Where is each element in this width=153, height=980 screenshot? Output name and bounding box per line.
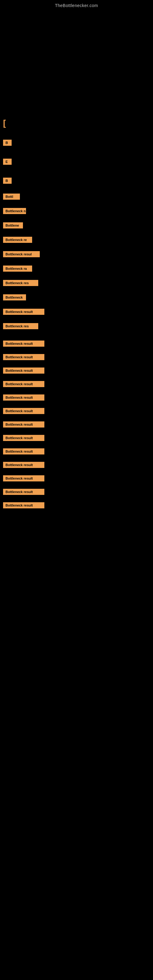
label-bottleneck-re1: Bottleneck re: [3, 237, 32, 243]
label-e1: E: [3, 159, 12, 165]
list-item: Bottleneck res: [3, 279, 150, 288]
bottleneck-result-row-7: Bottleneck result: [3, 422, 45, 428]
list-item: Bottleneck result: [3, 367, 150, 376]
list-item: Bottleneck result: [3, 474, 150, 484]
list-item: Bottleneck result: [3, 461, 150, 470]
label-bottleneck-short: Bottleneck: [3, 294, 26, 301]
bottleneck-result-row-13: Bottleneck result: [3, 502, 45, 508]
bottleneck-result-row-9: Bottleneck result: [3, 449, 45, 455]
list-item: Bottleneck result: [3, 308, 150, 317]
bottleneck-result-row-10: Bottleneck result: [3, 462, 45, 468]
label-bottl: Bottl: [3, 194, 20, 200]
label-b2: B: [3, 178, 12, 184]
bracket-char: [: [3, 118, 150, 128]
list-item: Bottleneck result: [3, 447, 150, 457]
list-item: Bottleneck result: [3, 420, 150, 430]
list-item: B: [3, 139, 150, 148]
label-bottleneck-resul: Bottleneck resul: [3, 251, 40, 257]
bottleneck-result-row-11: Bottleneck result: [3, 475, 45, 481]
list-item: Bottleneck re: [3, 236, 150, 245]
list-item: Bottleneck result: [3, 501, 150, 511]
label-bottleneck-result-1: Bottleneck result: [3, 309, 45, 315]
list-item: Bottleneck res: [3, 322, 150, 331]
label-bottleneck-ra: Bottleneck ra: [3, 266, 32, 272]
label-bottleneck-res: Bottleneck res: [3, 280, 38, 286]
bottleneck-result-row-1: Bottleneck result: [3, 340, 45, 347]
bottleneck-result-row-12: Bottleneck result: [3, 489, 45, 495]
bottleneck-result-row-8: Bottleneck result: [3, 435, 45, 441]
label-bottleneck-res2: Bottleneck res: [3, 323, 38, 329]
list-item: Bottleneck result: [3, 340, 150, 349]
label-b1: B: [3, 140, 12, 146]
list-item: Bottleneck resul: [3, 250, 150, 259]
list-item: Bottleneck n: [3, 207, 150, 216]
list-item: E: [3, 158, 150, 167]
list-item: Bottleneck result: [3, 393, 150, 403]
bottleneck-result-row-2: Bottleneck result: [3, 354, 45, 360]
bottleneck-result-row-3: Bottleneck result: [3, 368, 45, 374]
list-item: Bottleneck result: [3, 380, 150, 389]
bottleneck-result-row-5: Bottleneck result: [3, 395, 45, 401]
list-item: Bottleneck result: [3, 488, 150, 497]
bottleneck-result-row-4: Bottleneck result: [3, 381, 45, 387]
list-item: Bottleneck result: [3, 407, 150, 416]
list-item: Bottl: [3, 192, 150, 202]
label-bottlene: Bottlene: [3, 222, 23, 229]
site-title: TheBottlenecker.com: [0, 0, 153, 10]
list-item: Bottleneck: [3, 293, 150, 302]
list-item: Bottleneck result: [3, 353, 150, 362]
label-bottleneck-n: Bottleneck n: [3, 208, 26, 214]
list-item: Bottleneck result: [3, 434, 150, 443]
list-item: Bottleneck ra: [3, 265, 150, 274]
bracket-section: [: [3, 118, 150, 128]
list-item: B: [3, 177, 150, 186]
bottleneck-result-row-6: Bottleneck result: [3, 408, 45, 414]
list-item: Bottlene: [3, 221, 150, 231]
